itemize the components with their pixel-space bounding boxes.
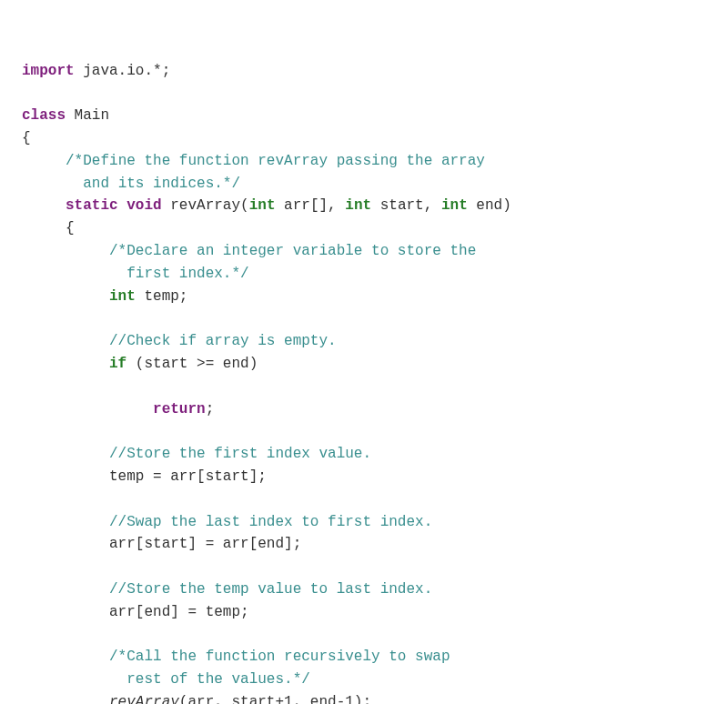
space — [162, 197, 171, 214]
indent — [22, 356, 109, 372]
comment: /*Declare an integer variable to store t… — [109, 243, 476, 259]
fn-name: revArray — [170, 197, 240, 214]
comment: //Check if array is empty. — [109, 333, 337, 349]
stmt: temp = arr[start]; — [109, 468, 267, 485]
space — [118, 197, 127, 214]
stmt: temp; — [136, 288, 188, 305]
class-name: Main — [66, 107, 109, 124]
fn-call: revArray — [109, 694, 179, 704]
indent — [22, 288, 109, 305]
brace-open: { — [66, 220, 75, 236]
indent — [22, 197, 66, 214]
code-block: import java.io.*; class Main { /*Define … — [22, 60, 706, 704]
kw-int: int — [109, 288, 136, 305]
kw-int: int — [345, 197, 371, 214]
param: end) — [468, 197, 511, 214]
indent — [22, 243, 109, 259]
paren-open: ( — [240, 197, 249, 214]
indent — [22, 536, 109, 552]
kw-if: if — [109, 356, 126, 372]
indent — [22, 176, 83, 192]
indent — [22, 514, 109, 530]
call-args: (arr, start+1, end-1); — [179, 694, 371, 704]
pkg-path: java.io.*; — [75, 63, 171, 79]
indent — [22, 581, 109, 598]
comment: first index.*/ — [126, 266, 248, 282]
semi: ; — [206, 401, 215, 417]
cond: (start >= end) — [126, 356, 258, 372]
indent — [22, 468, 109, 485]
param: start, — [371, 197, 441, 214]
comment: rest of the values.*/ — [126, 671, 310, 688]
kw-void: void — [126, 197, 161, 214]
kw-class: class — [22, 107, 66, 124]
kw-int: int — [441, 197, 468, 214]
indent — [22, 266, 126, 282]
indent — [22, 153, 66, 169]
param: arr[], — [275, 197, 345, 214]
comment: and its indices.*/ — [83, 176, 240, 192]
indent — [22, 671, 126, 688]
indent — [22, 333, 109, 349]
kw-int: int — [249, 197, 276, 214]
indent — [22, 220, 66, 236]
indent — [22, 649, 109, 665]
comment: //Store the first index value. — [109, 446, 371, 462]
indent — [22, 604, 109, 620]
comment: /*Define the function revArray passing t… — [66, 153, 485, 169]
kw-import: import — [22, 63, 75, 79]
stmt: arr[start] = arr[end]; — [109, 536, 301, 552]
comment: //Store the temp value to last index. — [109, 581, 432, 598]
stmt: arr[end] = temp; — [109, 604, 249, 620]
kw-return: return — [153, 401, 206, 417]
brace-open: { — [22, 130, 31, 146]
indent — [22, 401, 153, 417]
kw-static: static — [66, 197, 118, 214]
indent — [22, 446, 109, 462]
comment: /*Call the function recursively to swap — [109, 649, 450, 665]
indent — [22, 694, 109, 704]
comment: //Swap the last index to first index. — [109, 514, 432, 530]
